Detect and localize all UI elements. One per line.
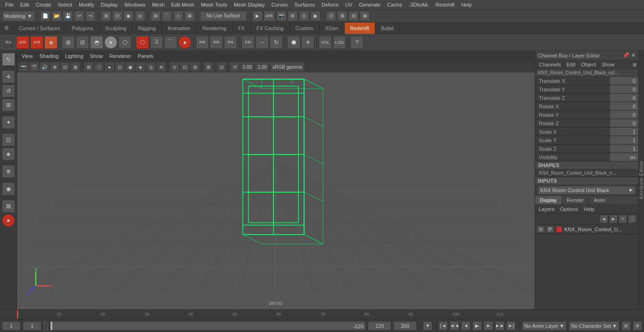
vp-menu-shading[interactable]: Shading	[37, 51, 61, 61]
character-set-icon2[interactable]: ⚙	[633, 321, 642, 331]
viewport[interactable]: View Shading Lighting Show Renderer Pane…	[17, 51, 535, 309]
vp-ao-btn[interactable]: ◎	[146, 62, 156, 72]
show-manipulator-btn[interactable]: ⊕	[2, 165, 15, 178]
pb-next-key-btn[interactable]: ►►	[495, 321, 504, 331]
rs-vol-btn[interactable]: VOL	[319, 36, 332, 49]
rotate-tool-btn[interactable]: ↺	[2, 84, 15, 97]
menu-modify[interactable]: Modify	[75, 0, 97, 9]
channel-value-sx[interactable]: 1	[610, 128, 638, 136]
tab-rigging[interactable]: Rigging	[132, 23, 162, 34]
vp-refresh-btn[interactable]: ↺	[230, 62, 239, 72]
rs-ipr-btn[interactable]: RV	[2, 36, 15, 49]
pb-prev-key-btn[interactable]: ◄◄	[450, 321, 459, 331]
layer-icon-add-btn[interactable]: +	[619, 215, 627, 223]
rs-cube-btn[interactable]: ⬡	[136, 36, 149, 49]
last-tool-btn[interactable]: ◉	[2, 182, 15, 195]
timeline[interactable]: 1102030405060708090100110120	[0, 309, 644, 319]
menu-generate[interactable]: Generate	[355, 0, 384, 9]
resize-btn[interactable]: ⊡	[326, 11, 336, 21]
rs-grid-btn[interactable]: ⊞	[62, 36, 75, 49]
layer-icon-left-btn[interactable]: ◄	[600, 215, 608, 223]
rs-log-btn[interactable]: LOG	[333, 36, 346, 49]
vp-grid-btn[interactable]: ⊞	[84, 62, 93, 72]
channel-value-tx[interactable]: 0	[610, 77, 638, 85]
inputs-value[interactable]: KNX Room Control Unit Black ▼	[538, 186, 636, 194]
vp-hud-btn[interactable]: ⊞	[204, 62, 213, 72]
menu-select[interactable]: Select	[55, 0, 76, 9]
snap-curve-btn[interactable]: ⌒	[162, 11, 172, 21]
menu-mesh-tools[interactable]: Mesh Tools	[198, 0, 230, 9]
vp-coord-btn[interactable]: 0.00	[240, 62, 254, 72]
move-tool-btn[interactable]: ✛	[2, 70, 15, 83]
layer-icon-right-btn[interactable]: ►	[609, 215, 618, 223]
vp-menu-show[interactable]: Show	[87, 51, 106, 61]
anim-range-input[interactable]	[393, 321, 417, 331]
snap-point-btn[interactable]: ◇	[173, 11, 183, 21]
vp-menu-renderer[interactable]: Renderer	[107, 51, 134, 61]
lasso-btn[interactable]: ⊡	[112, 11, 123, 21]
tab-redshift[interactable]: Redshift	[345, 23, 375, 34]
layer-visible-btn[interactable]: V	[537, 226, 545, 233]
maximize-btn[interactable]: ⊞	[337, 11, 347, 21]
mode-dropdown[interactable]: Modeling ▼	[2, 11, 35, 21]
menu-windows[interactable]: Windows	[121, 0, 149, 9]
tab-curves-surfaces[interactable]: Curves / Surfaces	[13, 23, 66, 34]
channel-value-sy[interactable]: 1	[610, 136, 638, 144]
render-btn[interactable]: ▶	[252, 11, 263, 21]
pb-go-end-btn[interactable]: ►|	[506, 321, 516, 331]
menu-deform[interactable]: Deform	[318, 0, 342, 9]
vp-texture-btn[interactable]: ⊡	[115, 62, 124, 72]
rs-dome-btn[interactable]: ◓	[90, 36, 103, 49]
show-menu[interactable]: Show	[600, 61, 617, 68]
menu-display[interactable]: Display	[98, 0, 121, 9]
rs-render-plate-btn[interactable]: PR	[241, 36, 255, 49]
rs-sun-btn[interactable]: ☀	[301, 36, 314, 49]
tab-settings-btn[interactable]: ⚙	[0, 23, 13, 34]
rs-pr3-btn[interactable]: PR	[224, 36, 237, 49]
open-scene-btn[interactable]: 📂	[51, 11, 62, 21]
split-btn[interactable]: ⊠	[360, 11, 370, 21]
expand-icon[interactable]: ⊞	[633, 62, 636, 67]
vp-resolution-btn[interactable]: ⊡	[217, 62, 226, 72]
undo-btn[interactable]: ↩	[74, 11, 84, 21]
layers-help-menu[interactable]: Help	[582, 206, 596, 212]
vp-shadow-btn[interactable]: ◈	[136, 62, 145, 72]
render-settings-btn[interactable]: ⚙	[288, 11, 298, 21]
vp-pick-btn[interactable]: ⊡	[60, 62, 70, 72]
pb-go-start-btn[interactable]: |◄	[438, 321, 448, 331]
attribute-editor-tab[interactable]: Attribute Editor	[638, 51, 644, 309]
ipr-btn[interactable]: IPR	[264, 11, 275, 21]
menu-3dtoall[interactable]: -3DtoAll-	[405, 0, 432, 9]
rs-btn-1[interactable]: ●	[2, 214, 15, 227]
display-tab[interactable]: Display	[535, 196, 562, 204]
menu-cache[interactable]: Cache	[384, 0, 405, 9]
rs-help-btn[interactable]: ?	[350, 36, 363, 49]
soft-select-btn[interactable]: ◎	[135, 11, 145, 21]
vp-component-ids-btn[interactable]: ⊟	[190, 62, 200, 72]
channel-value-rz[interactable]: 0	[610, 119, 638, 127]
vp-smooth-btn[interactable]: ●	[105, 62, 114, 72]
new-scene-btn[interactable]: 📄	[40, 11, 50, 21]
rs-pr2-btn[interactable]: PR	[210, 36, 223, 49]
menu-help[interactable]: Help	[458, 0, 475, 9]
menu-mesh-display[interactable]: Mesh Display	[231, 0, 268, 9]
menu-edit-mesh[interactable]: Edit Mesh	[168, 0, 198, 9]
tab-sculpting[interactable]: Sculpting	[99, 23, 132, 34]
character-set-icon1[interactable]: ⊞	[621, 321, 631, 331]
vp-menu-panels[interactable]: Panels	[135, 51, 157, 61]
rs-dots-btn[interactable]: ⠿	[150, 36, 163, 49]
frame-slider-input[interactable]	[43, 321, 48, 331]
layer-icon-minus-btn[interactable]: -	[628, 215, 636, 223]
vp-camera-btn[interactable]: 📷	[19, 62, 28, 72]
channel-value-ry[interactable]: 0	[610, 111, 638, 119]
vp-audio-btn[interactable]: 🔊	[40, 62, 49, 72]
channel-value-vis[interactable]: on	[610, 153, 638, 161]
scale-tool-btn[interactable]: ⊞	[2, 98, 15, 112]
channel-value-sz[interactable]: 1	[610, 145, 638, 153]
rs-render-seq-btn[interactable]: →	[256, 36, 269, 49]
snap-grid-btn[interactable]: ⊞	[150, 11, 161, 21]
sculpt-btn[interactable]: ◈	[2, 147, 15, 161]
anim-layer-dropdown[interactable]: No Anim Layer ▼	[522, 321, 567, 331]
rs-bowl-btn[interactable]: ⬟	[287, 36, 300, 49]
tab-xgen[interactable]: XGen	[319, 23, 344, 34]
